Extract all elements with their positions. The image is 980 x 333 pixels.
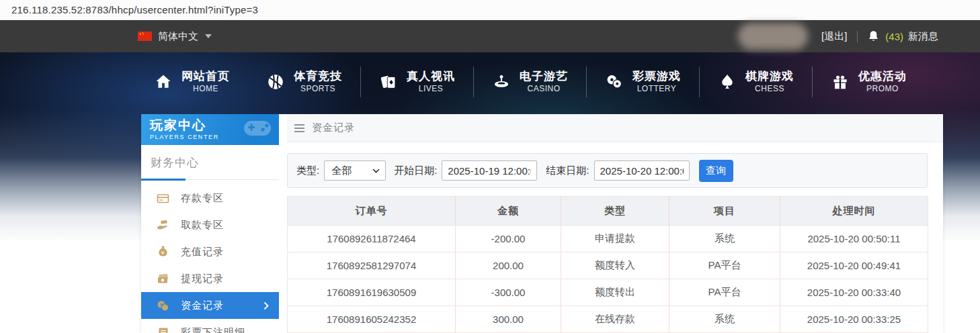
cell-type: 额度转出: [561, 279, 669, 306]
divider: [857, 31, 858, 42]
content-card: 玩家中心 PLAYERS CENTER 财务中心 存款专区 取款专区: [141, 114, 943, 333]
col-type: 类型: [561, 197, 669, 226]
nav-item-casino[interactable]: 电子游艺CASINO: [474, 69, 586, 94]
spade-icon: [718, 73, 737, 91]
table-row: 1760892611872464 -200.00 申请提款 系统 2025-10…: [288, 226, 928, 252]
cell-amount: -200.00: [456, 226, 561, 252]
sidebar-section-rule: [141, 178, 279, 180]
col-amount: 金额: [456, 197, 561, 226]
nav-item-home[interactable]: 网站首页HOME: [136, 69, 248, 94]
money-bag-icon: ¥: [157, 246, 169, 258]
cell-order-no: 1760892581297074: [288, 252, 456, 279]
cash-icon: [157, 273, 169, 284]
sidebar-item-funds-record[interactable]: 资金记录: [141, 292, 279, 319]
cell-project: 系统: [669, 306, 780, 333]
start-date-label: 开始日期:: [394, 164, 437, 177]
search-button[interactable]: 查询: [699, 160, 733, 182]
end-date-input[interactable]: [594, 160, 690, 181]
main-navigation: 网站首页HOME 体育竞技SPORTS 真人视讯LIVES 电子游艺CASINO…: [0, 52, 980, 111]
roulette-icon: [492, 73, 511, 91]
sidebar-item-recharge-record[interactable]: ¥ 充值记录: [141, 238, 279, 265]
home-icon: [154, 73, 173, 91]
language-label: 简体中文: [158, 30, 198, 43]
cell-amount: 200.00: [456, 252, 561, 279]
message-count[interactable]: (43): [885, 31, 903, 42]
end-date-label: 结束日期:: [546, 164, 589, 177]
col-project: 项目: [669, 197, 780, 226]
sidebar-item-deposit[interactable]: 存款专区: [141, 185, 279, 211]
gift-icon: [831, 73, 850, 91]
bell-icon[interactable]: [868, 30, 879, 43]
select-chevron-icon: [372, 169, 380, 173]
cell-process-time: 2025-10-20 00:50:11: [780, 226, 928, 252]
page-url: 216.118.235.52:8783/hhcp/usercenter.html…: [11, 4, 258, 15]
svg-text:¥: ¥: [161, 250, 165, 256]
sidebar-section-title: 财务中心: [141, 145, 279, 171]
cell-process-time: 2025-10-20 00:33:25: [780, 306, 928, 333]
basketball-icon: [266, 73, 285, 91]
cell-order-no: 1760892611872464: [288, 226, 456, 252]
type-select[interactable]: 全部: [324, 160, 386, 181]
nav-item-lives[interactable]: 真人视讯LIVES: [361, 69, 473, 94]
cell-process-time: 2025-10-20 00:49:41: [780, 252, 928, 279]
sidebar-item-label: 彩票下注明细: [181, 326, 245, 333]
table-row: 1760891619630509 -300.00 额度转出 PA平台 2025-…: [288, 279, 928, 306]
sidebar-item-label: 提现记录: [181, 273, 224, 285]
table-row: 1760892581297074 200.00 额度转入 PA平台 2025-1…: [288, 252, 928, 279]
nav-item-promo[interactable]: 优惠活动PROMO: [813, 69, 925, 94]
cell-project: PA平台: [669, 252, 780, 279]
deposit-card-icon: [157, 193, 169, 204]
type-select-value: 全部: [331, 164, 352, 177]
cell-amount: 300.00: [456, 306, 561, 333]
type-label: 类型:: [296, 164, 319, 177]
sidebar-item-label: 取款专区: [181, 219, 224, 232]
start-date-input[interactable]: [442, 160, 537, 181]
cell-process-time: 2025-10-20 00:33:40: [780, 279, 928, 306]
cell-order-no: 1760891619630509: [288, 279, 456, 306]
table-header-row: 订单号 金额 类型 项目 处理时间: [288, 197, 928, 226]
cell-amount: -300.00: [456, 279, 561, 306]
withdraw-hand-icon: [157, 220, 169, 231]
gamepad-icon: [237, 115, 275, 145]
chevron-down-icon: [205, 34, 212, 38]
sidebar-item-lottery-detail[interactable]: 彩票下注明细: [141, 319, 279, 333]
cell-project: 系统: [669, 226, 780, 252]
col-order-no: 订单号: [288, 197, 456, 226]
lottery-balls-icon: [605, 73, 624, 91]
sidebar-item-withdraw[interactable]: 取款专区: [141, 211, 279, 238]
sidebar-item-withdraw-record[interactable]: 提现记录: [141, 265, 279, 292]
breadcrumb: 资金记录: [287, 114, 943, 142]
cell-type: 申请提款: [561, 226, 669, 252]
address-bar[interactable]: 216.118.235.52:8783/hhcp/usercenter.html…: [0, 0, 980, 20]
logout-link[interactable]: [退出]: [821, 30, 847, 43]
sidebar-header: 玩家中心 PLAYERS CENTER: [141, 114, 279, 145]
nav-item-sports[interactable]: 体育竞技SPORTS: [248, 69, 360, 94]
nav-item-chess[interactable]: 棋牌游戏CHESS: [700, 69, 812, 94]
page-title: 资金记录: [312, 122, 355, 134]
main-content: 资金记录 类型: 全部 开始日期: 结束日期: 查询 订单号 金额 类型: [287, 114, 943, 333]
coins-icon: [157, 300, 169, 312]
cell-project: PA平台: [669, 279, 780, 306]
col-process-time: 处理时间: [780, 197, 928, 226]
cell-order-no: 1760891605242352: [288, 306, 456, 333]
cell-type: 额度转入: [561, 252, 669, 279]
table-row: 1760891605242352 300.00 在线存款 系统 2025-10-…: [288, 306, 928, 333]
cards-icon: [379, 73, 398, 91]
sidebar-item-label: 资金记录: [181, 299, 224, 312]
sidebar-menu: 存款专区 取款专区 ¥ 充值记录 提现记录: [141, 185, 279, 333]
filter-panel: 类型: 全部 开始日期: 结束日期: 查询: [287, 153, 928, 188]
sidebar: 玩家中心 PLAYERS CENTER 财务中心 存款专区 取款专区: [141, 114, 279, 333]
sidebar-item-label: 存款专区: [181, 192, 224, 205]
china-flag-icon: [138, 32, 152, 41]
nav-item-lottery[interactable]: 彩票游戏LOTTERY: [587, 69, 699, 94]
cell-type: 在线存款: [561, 306, 669, 333]
chevron-right-icon: [263, 301, 269, 310]
language-selector[interactable]: 简体中文: [138, 30, 212, 43]
username-redacted: [738, 23, 808, 50]
document-icon: [157, 327, 169, 333]
message-link[interactable]: 新消息: [908, 30, 938, 43]
account-bar: 简体中文 [退出] (43) 新消息: [0, 20, 980, 52]
hamburger-icon: [294, 124, 304, 132]
sidebar-item-label: 充值记录: [181, 246, 224, 258]
records-table: 订单号 金额 类型 项目 处理时间 1760892611872464 -200.…: [287, 196, 928, 333]
